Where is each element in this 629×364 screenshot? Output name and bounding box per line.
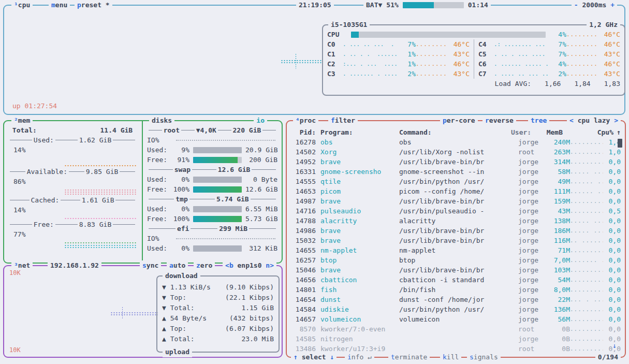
process-command: picom --config /home/ (399, 186, 518, 196)
net-scale-top: 10K (9, 269, 21, 276)
core-temp: 46°C (598, 39, 620, 49)
core-temp: 43°C (448, 49, 470, 59)
col-mem[interactable]: MemB (540, 127, 563, 137)
menu-button[interactable]: menu (49, 0, 70, 10)
process-cpu: 0,0 (603, 285, 621, 295)
process-row[interactable]: 14653picompicom --config /home/jorge111M… (287, 186, 625, 196)
process-row[interactable]: 14656cbatticoncbatticon -i standardjorge… (287, 275, 625, 285)
proc-filter-button[interactable]: filter (328, 115, 358, 126)
proc-kill-button[interactable]: kill (440, 352, 461, 362)
process-command: cbatticon -i standard (399, 275, 518, 285)
net-auto-button[interactable]: auto (167, 260, 188, 271)
process-row[interactable]: 8570kworker/7:0-evenroot0B.........0,0 (287, 324, 625, 334)
core-usage-graph: . .. . . ......... (343, 49, 398, 59)
col-pid[interactable]: Pid: (291, 127, 316, 137)
core-percent: 1% (398, 59, 416, 69)
process-row[interactable]: 14716pulseaudio/usr/bin/pulseaudio -jorg… (287, 206, 625, 216)
process-mem: 240M (547, 137, 570, 147)
proc-info-button[interactable]: info ↵ (345, 352, 374, 362)
preset-button[interactable]: preset * (75, 0, 112, 10)
core-temp: 43°C (598, 49, 620, 59)
core-usage-graph: .: ........ ... ... (494, 39, 549, 49)
process-pid: 14502 (291, 147, 316, 157)
process-program: nm-applet (320, 245, 399, 255)
process-row[interactable]: 14654dunstdunst -conf /home/jorjorge22M.… (287, 295, 625, 304)
core-percent: 4% (549, 59, 566, 69)
process-row[interactable]: 16331gnome-screenshognome-screenshot --i… (287, 167, 625, 177)
core-cell-C1: C1. .. . . .........1%.........43°C (323, 49, 474, 59)
disk-meter (193, 157, 242, 163)
net-zero-button[interactable]: zero (194, 260, 215, 271)
process-row[interactable]: 15032brave/usr/lib/brave-bin/brjorge116M… (287, 236, 625, 245)
process-row[interactable]: 14584udiskie/usr/bin/python /usr/jorge13… (287, 304, 625, 314)
process-command: obs (399, 137, 518, 147)
proc-tree-button[interactable]: tree (528, 115, 549, 126)
process-row[interactable]: 14788alacrittyalacrittyjorge138M..... ..… (287, 216, 625, 226)
mem-percent: 77% (8, 229, 137, 239)
proc-selection-count: 0/194 (595, 352, 621, 362)
process-cpu: 0,0 (603, 255, 621, 265)
process-cpu-graph: ......... (570, 196, 603, 206)
disk-io-graph (176, 140, 275, 141)
mem-disks-divider (142, 121, 143, 263)
proc-reverse-button[interactable]: reverse (482, 115, 516, 126)
disk-io-label: IO% (147, 136, 171, 144)
net-speed-value: 1.15 GiB (241, 303, 274, 313)
proc-box-hotkey: ⁴ (296, 117, 300, 124)
process-cpu-graph: ......... (570, 137, 603, 147)
process-row[interactable]: 16257btopbtopjorge7,0M....... ..0,0 (287, 255, 625, 265)
process-row[interactable]: 14801fish/bin/fishjorge8,0M.........0,0 (287, 285, 625, 295)
process-pid: 14986 (291, 226, 316, 236)
core-usage-graph: . ...... ..... .. (494, 59, 549, 69)
process-row[interactable]: 15046brave/usr/lib/brave-bin/brjorge103M… (287, 265, 625, 275)
process-pid: 16257 (291, 255, 316, 265)
process-row[interactable]: 16278obsobsjorge240M.........1,4 (287, 137, 625, 147)
process-row[interactable]: 14986brave/usr/lib/brave-bin/brjorge186M… (287, 226, 625, 236)
cpu-box-title: ¹cpu (11, 0, 33, 10)
process-row[interactable]: 14657volumeiconvolumeiconjorge56M.......… (287, 314, 625, 324)
process-row[interactable]: 14585nitrogenjorge0B.........0,0 (287, 334, 625, 344)
mem-stat-row: Cached:1.61 GiB (8, 195, 137, 205)
proc-signals-button[interactable]: signals (467, 352, 501, 362)
process-cpu-graph: ..... ... (570, 167, 603, 177)
process-user: jorge (518, 236, 547, 245)
core-cell-C2: C2:... . ... ......1%.........46°C (323, 59, 474, 69)
process-cpu: 0,0 (603, 186, 621, 196)
disk-header-swap: swap12.6 GiB (147, 165, 277, 174)
mem-value: 1.61 GiB (82, 196, 114, 204)
proc-sort-selector[interactable]: < cpu lazy > (567, 115, 621, 126)
disk-size: 12.6 GiB (218, 166, 251, 173)
mem-section-total: Total:11.4 GiB (8, 125, 137, 135)
net-speed-row: ▲ Total:23.0 MiB (157, 334, 279, 344)
disk-meter-value: 0 Byte (245, 176, 277, 183)
col-cpu[interactable]: Cpu% (596, 127, 613, 137)
disk-io-label: IO% (147, 235, 171, 242)
process-row[interactable]: 14555qtile/usr/bin/python /usr/jorge49M.… (287, 177, 625, 186)
process-row[interactable]: 14655nm-appletnm-appletjorge71M.........… (287, 245, 625, 255)
process-program: btop (320, 255, 399, 265)
process-row[interactable]: 14952brave/usr/lib/brave-bin/brjorge314M… (287, 157, 625, 167)
disk-header-tmp: tmp5.74 GiB (147, 194, 277, 204)
download-arrow-icon: ▼ (162, 282, 170, 293)
interval-minus-button[interactable]: - (574, 1, 578, 9)
mem-section-free: Free:8.83 GiB77% (8, 220, 137, 249)
proc-scrollbar[interactable] (618, 139, 622, 148)
process-row[interactable]: 14987brave/usr/lib/brave-bin/brjorge159M… (287, 196, 625, 206)
cpu-box-hotkey: ¹ (14, 1, 18, 9)
proc-select-control[interactable]: ↑ select ↓ (291, 352, 337, 362)
proc-terminate-button[interactable]: terminate (388, 352, 430, 362)
col-command[interactable]: Command: (399, 127, 511, 137)
process-command: volumeicon (399, 314, 518, 324)
net-sync-button[interactable]: sync (140, 260, 161, 271)
interval-plus-button[interactable]: + (610, 1, 615, 9)
col-program[interactable]: Program: (320, 127, 399, 137)
net-interface-selector[interactable]: <b enp1s0 n> (223, 260, 276, 271)
core-temp-graph: ......... (416, 39, 448, 49)
scroll-down-icon[interactable]: ↓ (612, 342, 617, 350)
col-user[interactable]: User: (511, 127, 540, 137)
scroll-up-icon[interactable]: ↑ (613, 127, 621, 137)
process-row[interactable]: 14502Xorg/usr/lib/Xorg -nolistroot263M..… (287, 147, 625, 157)
disk-size: 5.74 GiB (216, 195, 249, 203)
proc-percore-button[interactable]: per-core (440, 115, 478, 126)
process-command: /usr/bin/python /usr/ (399, 177, 518, 186)
